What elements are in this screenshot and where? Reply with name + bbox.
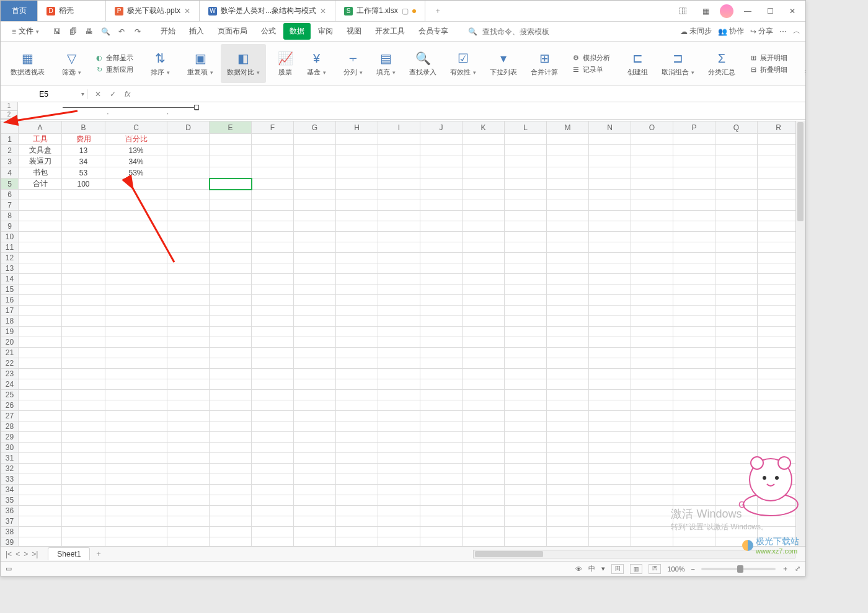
cell-H36[interactable] [336, 506, 378, 516]
cell-K2[interactable] [463, 145, 505, 156]
cell-Q38[interactable] [715, 527, 758, 537]
cell-J23[interactable] [420, 369, 463, 379]
cell-C10[interactable] [105, 232, 167, 242]
cell-O33[interactable] [631, 474, 673, 485]
close-icon[interactable]: ▢ [402, 7, 409, 15]
row-header-21[interactable]: 21 [1, 348, 19, 358]
cell-H23[interactable] [336, 369, 378, 379]
name-box-input[interactable] [1, 89, 87, 99]
next-sheet-icon[interactable]: > [24, 550, 28, 558]
cell-A33[interactable] [19, 474, 62, 485]
cell-C31[interactable] [105, 453, 167, 464]
cell-F27[interactable] [252, 411, 294, 421]
row-header-38[interactable]: 38 [1, 527, 19, 537]
cell-R10[interactable] [758, 232, 800, 242]
ime-indicator[interactable]: 中 [588, 564, 595, 573]
collab-button[interactable]: 👥协作 [718, 26, 744, 37]
cell-C29[interactable] [105, 432, 167, 443]
cell-O30[interactable] [631, 443, 673, 453]
cell-G16[interactable] [294, 295, 336, 306]
cell-G38[interactable] [294, 527, 336, 537]
cell-G8[interactable] [294, 211, 336, 221]
fund-button[interactable]: ¥基金 [301, 44, 332, 83]
row-header-11[interactable]: 11 [1, 242, 19, 253]
cell-M11[interactable] [547, 242, 589, 253]
column-header-N[interactable]: N [589, 121, 631, 134]
cell-I12[interactable] [378, 253, 420, 263]
cell-N6[interactable] [589, 190, 631, 200]
cell-J28[interactable] [420, 421, 463, 432]
cell-F38[interactable] [252, 527, 294, 537]
cell-D36[interactable] [167, 506, 210, 516]
cell-D34[interactable] [167, 485, 210, 495]
cell-O18[interactable] [631, 316, 673, 327]
page-break-view-button[interactable]: 凹 [649, 564, 661, 574]
cell-L24[interactable] [505, 379, 547, 390]
cell-A20[interactable] [19, 337, 62, 348]
cell-A4[interactable]: 书包 [19, 167, 62, 179]
close-icon[interactable]: ✕ [320, 7, 326, 15]
cell-K27[interactable] [463, 411, 505, 421]
cell-J29[interactable] [420, 432, 463, 443]
pivot-table-button[interactable]: ▦ 数据透视表 [4, 44, 51, 83]
cell-C17[interactable] [105, 306, 167, 316]
cell-J22[interactable] [420, 358, 463, 369]
row-header-39[interactable]: 39 [1, 537, 19, 547]
cell-C23[interactable] [105, 369, 167, 379]
cell-R7[interactable] [758, 200, 800, 211]
expand-detail-button[interactable]: ⊞展开明细 [749, 53, 787, 63]
row-header-37[interactable]: 37 [1, 516, 19, 527]
cell-N39[interactable] [589, 537, 631, 547]
outline-level-1[interactable]: 1 [1, 102, 18, 111]
cell-H14[interactable] [336, 274, 378, 284]
cell-I30[interactable] [378, 443, 420, 453]
cell-R31[interactable] [758, 453, 800, 464]
cell-G23[interactable] [294, 369, 336, 379]
subtotal-button[interactable]: Σ分类汇总 [702, 44, 742, 83]
last-sheet-icon[interactable]: >| [32, 550, 38, 558]
cell-K38[interactable] [463, 527, 505, 537]
row-header-28[interactable]: 28 [1, 421, 19, 432]
cell-M37[interactable] [547, 516, 589, 527]
user-avatar[interactable] [720, 4, 733, 18]
cell-Q18[interactable] [715, 316, 758, 327]
cell-C24[interactable] [105, 379, 167, 390]
cell-R13[interactable] [758, 263, 800, 274]
cell-K26[interactable] [463, 400, 505, 411]
cell-I19[interactable] [378, 327, 420, 337]
column-header-D[interactable]: D [167, 121, 210, 134]
column-header-H[interactable]: H [336, 121, 378, 134]
cell-Q1[interactable] [715, 134, 758, 145]
cell-Q33[interactable] [715, 474, 758, 485]
cell-K31[interactable] [463, 453, 505, 464]
cell-Q23[interactable] [715, 369, 758, 379]
cell-P17[interactable] [673, 306, 715, 316]
cell-Q14[interactable] [715, 274, 758, 284]
cell-I10[interactable] [378, 232, 420, 242]
first-sheet-icon[interactable]: |< [6, 550, 12, 558]
cell-B23[interactable] [62, 369, 105, 379]
consolidate-button[interactable]: ⊞合并计算 [525, 44, 564, 83]
cell-E35[interactable] [210, 495, 252, 506]
cell-F25[interactable] [252, 390, 294, 400]
cell-B21[interactable] [62, 348, 105, 358]
cell-B31[interactable] [62, 453, 105, 464]
cell-M17[interactable] [547, 306, 589, 316]
fullscreen-button[interactable]: ⤢ [795, 565, 800, 573]
cell-G11[interactable] [294, 242, 336, 253]
cell-P13[interactable] [673, 263, 715, 274]
cell-R5[interactable] [758, 179, 800, 190]
cell-N29[interactable] [589, 432, 631, 443]
cell-N19[interactable] [589, 327, 631, 337]
cell-G3[interactable] [294, 156, 336, 167]
cell-R14[interactable] [758, 274, 800, 284]
cell-D23[interactable] [167, 369, 210, 379]
cell-G2[interactable] [294, 145, 336, 156]
cell-L33[interactable] [505, 474, 547, 485]
cell-Q37[interactable] [715, 516, 758, 527]
row-header-6[interactable]: 6 [1, 190, 19, 200]
row-header-7[interactable]: 7 [1, 200, 19, 211]
form-find-button[interactable]: 🔍查找录入 [403, 44, 443, 83]
row-header-1[interactable]: 1 [1, 134, 19, 145]
cell-N24[interactable] [589, 379, 631, 390]
